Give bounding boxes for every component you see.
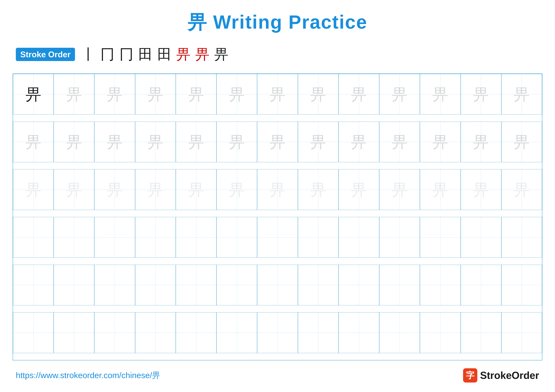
grid-cell-r6c2[interactable] — [54, 312, 94, 353]
grid-cell-r4c5[interactable] — [176, 217, 216, 258]
grid-cell-r3c3[interactable]: 畀 — [94, 169, 135, 210]
grid-cell-r4c11[interactable] — [420, 217, 460, 258]
char-ghost: 畀 — [270, 182, 285, 198]
char-ghost: 畀 — [147, 182, 163, 198]
grid-cell-r6c9[interactable] — [339, 312, 379, 353]
grid-cell-r5c6[interactable] — [216, 265, 257, 305]
grid-cell-r3c6[interactable]: 畀 — [216, 169, 257, 210]
grid-cell-r5c8[interactable] — [298, 265, 339, 305]
char-ghost: 畀 — [473, 86, 489, 102]
stroke-6: 畀 — [176, 45, 190, 64]
logo-char: 字 — [466, 370, 475, 381]
grid-cell-r3c2[interactable]: 畀 — [54, 169, 94, 210]
char-ghost: 畀 — [392, 182, 408, 198]
grid-cell-r4c10[interactable] — [379, 217, 420, 258]
grid-cell-r3c4[interactable]: 畀 — [135, 169, 176, 210]
grid-cell-r1c11[interactable]: 畀 — [420, 74, 460, 114]
grid-cell-r1c13[interactable]: 畀 — [501, 74, 542, 114]
grid-cell-r3c11[interactable]: 畀 — [420, 169, 460, 210]
grid-cell-r6c7[interactable] — [257, 312, 298, 353]
grid-cell-r4c12[interactable] — [461, 217, 501, 258]
grid-cell-r3c5[interactable]: 畀 — [176, 169, 216, 210]
grid-cell-r5c13[interactable] — [501, 265, 542, 305]
stroke-3: 冂 — [119, 45, 133, 64]
stroke-4: 田 — [138, 45, 153, 64]
char-ghost: 畀 — [188, 134, 204, 150]
grid-cell-r1c7[interactable]: 畀 — [257, 74, 298, 114]
grid-cell-r2c10[interactable]: 畀 — [379, 121, 420, 162]
grid-cell-r5c10[interactable] — [379, 265, 420, 305]
char-ghost: 畀 — [66, 182, 82, 198]
footer-logo: 字 StrokeOrder — [463, 368, 539, 383]
grid-cell-r1c5[interactable]: 畀 — [176, 74, 216, 114]
grid-cell-r4c7[interactable] — [257, 217, 298, 258]
grid-cell-r4c4[interactable] — [135, 217, 176, 258]
grid-cell-r1c12[interactable]: 畀 — [461, 74, 501, 114]
grid-cell-r3c12[interactable]: 畀 — [461, 169, 501, 210]
char-ghost: 畀 — [107, 86, 123, 102]
grid-cell-r2c1[interactable]: 畀 — [13, 121, 54, 162]
grid-cell-r6c3[interactable] — [94, 312, 135, 353]
grid-cell-r1c3[interactable]: 畀 — [94, 74, 135, 114]
stroke-5: 田 — [157, 45, 171, 64]
grid-cell-r1c6[interactable]: 畀 — [216, 74, 257, 114]
grid-cell-r5c2[interactable] — [54, 265, 94, 305]
grid-cell-r6c4[interactable] — [135, 312, 176, 353]
grid-cell-r1c10[interactable]: 畀 — [379, 74, 420, 114]
grid-cell-r1c1[interactable]: 畀 — [13, 74, 54, 114]
grid-cell-r2c9[interactable]: 畀 — [339, 121, 379, 162]
grid-cell-r4c3[interactable] — [94, 217, 135, 258]
grid-cell-r5c4[interactable] — [135, 265, 176, 305]
char-ghost: 畀 — [270, 86, 285, 102]
grid-cell-r3c8[interactable]: 畀 — [298, 169, 339, 210]
grid-cell-r6c5[interactable] — [176, 312, 216, 353]
grid-cell-r3c1[interactable]: 畀 — [13, 169, 54, 210]
grid-cell-r1c4[interactable]: 畀 — [135, 74, 176, 114]
char-ghost: 畀 — [188, 182, 204, 198]
grid-cell-r1c2[interactable]: 畀 — [54, 74, 94, 114]
logo-text: StrokeOrder — [480, 370, 539, 381]
grid-cell-r2c7[interactable]: 畀 — [257, 121, 298, 162]
char-ghost: 畀 — [473, 182, 489, 198]
grid-cell-r4c6[interactable] — [216, 217, 257, 258]
grid-cell-r3c13[interactable]: 畀 — [501, 169, 542, 210]
grid-cell-r5c11[interactable] — [420, 265, 460, 305]
grid-cell-r3c9[interactable]: 畀 — [339, 169, 379, 210]
grid-cell-r4c1[interactable] — [13, 217, 54, 258]
grid-cell-r6c6[interactable] — [216, 312, 257, 353]
logo-icon: 字 — [463, 368, 477, 383]
grid-cell-r5c7[interactable] — [257, 265, 298, 305]
grid-cell-r4c8[interactable] — [298, 217, 339, 258]
grid-cell-r6c8[interactable] — [298, 312, 339, 353]
grid-cell-r4c13[interactable] — [501, 217, 542, 258]
grid-cell-r5c3[interactable] — [94, 265, 135, 305]
grid-cell-r5c5[interactable] — [176, 265, 216, 305]
grid-cell-r1c9[interactable]: 畀 — [339, 74, 379, 114]
grid-cell-r5c9[interactable] — [339, 265, 379, 305]
grid-cell-r6c11[interactable] — [420, 312, 460, 353]
grid-cell-r5c1[interactable] — [13, 265, 54, 305]
char-ghost: 畀 — [514, 134, 530, 150]
grid-cell-r2c2[interactable]: 畀 — [54, 121, 94, 162]
grid-cell-r5c12[interactable] — [461, 265, 501, 305]
char-ghost: 畀 — [310, 86, 326, 102]
grid-cell-r6c10[interactable] — [379, 312, 420, 353]
grid-cell-r6c12[interactable] — [461, 312, 501, 353]
grid-cell-r4c9[interactable] — [339, 217, 379, 258]
grid-cell-r2c13[interactable]: 畀 — [501, 121, 542, 162]
grid-cell-r6c13[interactable] — [501, 312, 542, 353]
grid-cell-r4c2[interactable] — [54, 217, 94, 258]
grid-cell-r3c7[interactable]: 畀 — [257, 169, 298, 210]
grid-cell-r6c1[interactable] — [13, 312, 54, 353]
title-character: 畀 — [188, 11, 207, 33]
grid-cell-r3c10[interactable]: 畀 — [379, 169, 420, 210]
grid-cell-r2c5[interactable]: 畀 — [176, 121, 216, 162]
char-ghost: 畀 — [107, 182, 123, 198]
grid-cell-r2c3[interactable]: 畀 — [94, 121, 135, 162]
grid-cell-r2c12[interactable]: 畀 — [461, 121, 501, 162]
grid-cell-r2c4[interactable]: 畀 — [135, 121, 176, 162]
grid-cell-r2c11[interactable]: 畀 — [420, 121, 460, 162]
grid-cell-r1c8[interactable]: 畀 — [298, 74, 339, 114]
grid-cell-r2c6[interactable]: 畀 — [216, 121, 257, 162]
grid-cell-r2c8[interactable]: 畀 — [298, 121, 339, 162]
